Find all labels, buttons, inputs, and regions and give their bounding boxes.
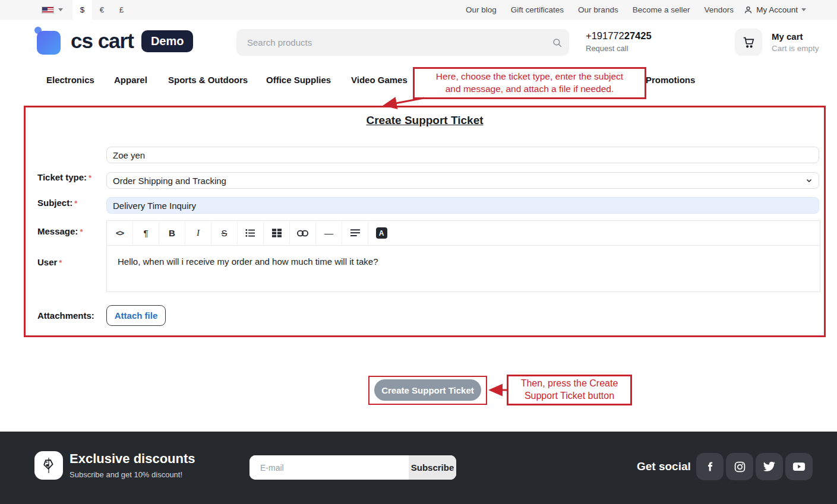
youtube-icon[interactable] — [785, 453, 813, 480]
subscribe-button[interactable]: Subscribe — [409, 455, 456, 480]
support-ticket-form: Create Support Ticket User* Ticket type:… — [24, 106, 826, 337]
nav-item-apparel[interactable]: Apparel — [114, 75, 147, 85]
request-call-link[interactable]: Request call — [586, 44, 652, 53]
cart-title: My cart — [772, 31, 819, 42]
search-bar — [236, 29, 569, 56]
promo-subtitle: Subscribe and get 10% discount! — [70, 470, 182, 479]
bold-icon[interactable]: B — [159, 221, 185, 245]
tutorial-note-form: Here, choose the ticket type, enter the … — [413, 67, 646, 99]
message-label: Message:* — [37, 226, 83, 236]
tutorial-arrow-to-button — [485, 383, 508, 397]
user-label: User* — [37, 257, 62, 267]
cs-cart-logo-icon — [37, 28, 63, 54]
store-logo[interactable]: cs cart Demo — [37, 28, 193, 54]
cart-block[interactable]: My cart Cart is empty — [735, 28, 819, 56]
my-account-label: My Account — [756, 5, 798, 14]
message-body[interactable]: Hello, when will i receive my order and … — [107, 246, 820, 291]
unordered-list-icon[interactable] — [238, 221, 264, 245]
currency-switcher: $ € £ — [72, 0, 131, 20]
top-utility-bar: $ € £ Our blog Gift certificates Our bra… — [0, 0, 837, 20]
demo-badge: Demo — [141, 30, 194, 52]
phone-number[interactable]: +19177227425 — [586, 30, 652, 42]
us-flag-icon — [42, 7, 54, 14]
cart-icon[interactable] — [735, 28, 762, 56]
email-input[interactable] — [249, 455, 409, 480]
code-view-icon[interactable]: <> — [107, 221, 133, 245]
search-icon[interactable] — [545, 37, 569, 48]
form-title: Create Support Ticket — [26, 114, 824, 127]
attachments-label: Attachments: — [37, 310, 94, 321]
top-links: Our blog Gift certificates Our brands Be… — [466, 0, 734, 20]
currency-usd[interactable]: $ — [72, 0, 92, 20]
language-selector[interactable] — [42, 0, 63, 20]
phone-block: +19177227425 Request call — [586, 30, 652, 53]
horizontal-line-icon[interactable]: — — [316, 221, 342, 245]
attach-file-button[interactable]: Attach file — [106, 305, 166, 326]
strikethrough-icon[interactable]: S — [211, 221, 238, 245]
ticket-type-select[interactable]: Order Shipping and Tracking — [106, 172, 819, 189]
editor-toolbar: <> ¶ B I S — A — [107, 221, 820, 246]
header: cs cart Demo +19177227425 Request call M… — [0, 20, 837, 65]
user-input[interactable] — [106, 147, 819, 163]
insert-link-icon[interactable] — [290, 221, 316, 245]
align-icon[interactable] — [342, 221, 368, 245]
my-account-menu[interactable]: My Account — [744, 0, 806, 20]
currency-eur[interactable]: € — [92, 0, 112, 20]
social-links — [696, 453, 813, 480]
link-gift-certificates[interactable]: Gift certificates — [511, 5, 564, 14]
page: $ € £ Our blog Gift certificates Our bra… — [0, 0, 837, 504]
link-vendors[interactable]: Vendors — [704, 5, 734, 14]
create-support-ticket-button[interactable]: Create Support Ticket — [374, 379, 481, 401]
nav-item-office-supplies[interactable]: Office Supplies — [266, 75, 331, 85]
ticket-type-label: Ticket type:* — [37, 172, 91, 182]
discount-tag-icon — [34, 451, 63, 480]
instagram-icon[interactable] — [726, 453, 753, 480]
nav-item-video-games[interactable]: Video Games — [351, 75, 408, 85]
tutorial-arrow-to-form — [374, 94, 434, 112]
user-icon — [744, 5, 753, 14]
link-our-brands[interactable]: Our brands — [578, 5, 618, 14]
tutorial-note-button: Then, press the Create Support Ticket bu… — [507, 375, 632, 405]
message-editor: <> ¶ B I S — A Hello, w — [106, 220, 820, 292]
subject-label: Subject:* — [37, 198, 77, 208]
nav-item-electronics[interactable]: Electronics — [46, 75, 94, 85]
footer: Exclusive discounts Subscribe and get 10… — [0, 432, 837, 504]
get-social-label: Get social — [637, 460, 691, 473]
chevron-down-icon — [58, 8, 63, 11]
search-input[interactable] — [236, 37, 545, 47]
link-become-a-seller[interactable]: Become a seller — [633, 5, 690, 14]
promo-title: Exclusive discounts — [70, 451, 195, 467]
newsletter-form: Subscribe — [249, 455, 456, 480]
logo-text: cs cart — [71, 29, 134, 53]
twitter-icon[interactable] — [756, 453, 783, 480]
nav-item-promotions[interactable]: Promotions — [646, 75, 695, 85]
subject-input[interactable] — [106, 197, 819, 214]
chevron-down-icon — [806, 177, 813, 184]
font-color-icon[interactable]: A — [368, 221, 394, 245]
insert-table-icon[interactable] — [264, 221, 290, 245]
italic-icon[interactable]: I — [185, 221, 211, 245]
paragraph-format-icon[interactable]: ¶ — [133, 221, 159, 245]
nav-item-sports-outdoors[interactable]: Sports & Outdoors — [168, 75, 248, 85]
ticket-type-value: Order Shipping and Tracking — [113, 176, 226, 186]
link-our-blog[interactable]: Our blog — [466, 5, 497, 14]
chevron-down-icon — [801, 8, 806, 11]
currency-gbp[interactable]: £ — [112, 0, 131, 20]
cart-status: Cart is empty — [772, 44, 819, 53]
facebook-icon[interactable] — [696, 453, 724, 480]
